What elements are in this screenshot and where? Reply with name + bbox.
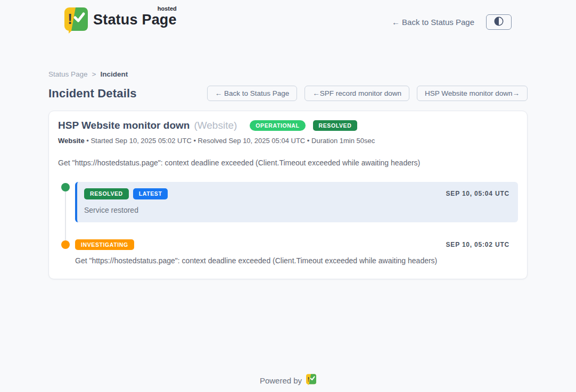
latest-badge: LATEST [133, 188, 168, 199]
incident-nav-buttons: ← Back to Status Page ←SPF record monito… [207, 86, 528, 101]
powered-by-label: Powered by [260, 376, 302, 385]
breadcrumb-incident: Incident [100, 70, 128, 78]
meta-separator-3: • [307, 137, 310, 145]
dark-mode-icon [493, 15, 505, 29]
header: ! hosted Status Page ← Back to Status Pa… [0, 0, 576, 36]
page-title: Incident Details [48, 87, 137, 101]
incident-title: HSP Website monitor down [58, 120, 190, 131]
back-to-status-page-button[interactable]: ← Back to Status Page [207, 86, 298, 101]
resolved-status-badge: RESOLVED [313, 120, 358, 131]
breadcrumb-status-page[interactable]: Status Page [48, 70, 88, 78]
timeline-entry-investigating: INVESTIGATING SEP 10, 05:02 UTC Get "htt… [58, 238, 518, 265]
main-content: Status Page > Incident Incident Details … [48, 36, 528, 374]
timeline-timestamp: SEP 10, 05:02 UTC [446, 241, 509, 248]
hsp-mini-logo-icon: ! [306, 374, 316, 387]
brand-text: hosted Status Page [93, 7, 177, 28]
operational-badge: OPERATIONAL [250, 120, 305, 131]
timeline-timestamp: SEP 10, 05:04 UTC [446, 190, 509, 197]
meta-separator-1: • [86, 137, 89, 145]
incident-timeline: RESOLVED LATEST SEP 10, 05:04 UTC Servic… [58, 182, 518, 265]
incident-resolved: Resolved Sep 10, 2025 05:04 UTC [198, 137, 306, 145]
brand-superscript: hosted [158, 5, 177, 12]
incident-meta: Website • Started Sep 10, 2025 05:02 UTC… [58, 137, 518, 145]
incident-scope: (Website) [194, 120, 237, 131]
theme-toggle-button[interactable] [486, 14, 512, 30]
brand-name: Status Page [93, 12, 177, 28]
incident-started: Started Sep 10, 2025 05:02 UTC [90, 137, 191, 145]
svg-text:!: ! [308, 376, 310, 382]
brand-logo[interactable]: ! hosted Status Page [64, 7, 177, 36]
incident-duration: Duration 1min 50sec [311, 137, 375, 145]
spacer [48, 279, 528, 374]
resolved-badge: RESOLVED [84, 188, 129, 199]
header-back-link[interactable]: ← Back to Status Page [392, 18, 474, 27]
timeline-dot-orange [61, 240, 70, 249]
previous-incident-button[interactable]: ←SPF record monitor down [305, 86, 409, 101]
footer: Powered by ! © 2025-10-08 14:10:34.77208… [0, 374, 576, 392]
svg-text:!: ! [68, 11, 72, 27]
timeline-entry-body-latest: RESOLVED LATEST SEP 10, 05:04 UTC Servic… [75, 182, 518, 222]
timeline-message: Service restored [84, 206, 509, 214]
meta-separator-2: • [193, 137, 196, 145]
timeline-entry-resolved: RESOLVED LATEST SEP 10, 05:04 UTC Servic… [58, 182, 518, 222]
breadcrumb-separator: > [92, 70, 96, 78]
next-incident-button[interactable]: HSP Website monitor down→ [417, 86, 528, 101]
status-page-logo-icon: ! [64, 7, 88, 36]
breadcrumb: Status Page > Incident [48, 70, 528, 78]
incident-service: Website [58, 137, 85, 145]
timeline-dot-green [61, 183, 70, 191]
investigating-badge: INVESTIGATING [75, 239, 134, 251]
timeline-message: Get "https://hostedstatus.page": context… [75, 256, 509, 265]
timeline-entry-body: INVESTIGATING SEP 10, 05:02 UTC Get "htt… [75, 238, 518, 265]
incident-card: HSP Website monitor down (Website) OPERA… [48, 111, 528, 279]
powered-by-link[interactable]: Powered by ! [260, 374, 316, 387]
incident-description: Get "https://hostedstatus.page": context… [58, 159, 518, 167]
